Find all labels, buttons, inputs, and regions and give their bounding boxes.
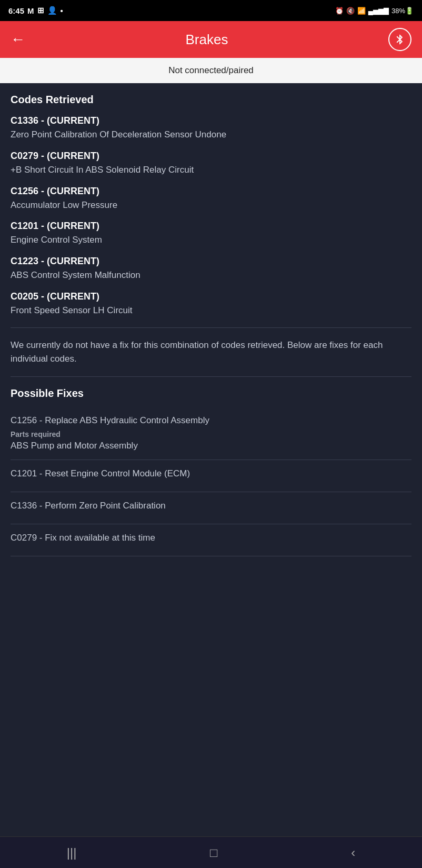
- mute-icon: 🔇: [346, 7, 355, 15]
- status-right: ⏰ 🔇 📶 ▄▅▆▇ 38%🔋: [335, 7, 414, 15]
- gmail-icon: M: [27, 6, 34, 15]
- code-description-c0205: Front Speed Sensor LH Circuit: [11, 304, 411, 317]
- code-label-c1201: C1201 - (CURRENT): [11, 221, 411, 232]
- wifi-icon: 📶: [357, 7, 366, 15]
- code-entry-c1256: C1256 - (CURRENT) Accumulator Low Pressu…: [11, 186, 411, 212]
- nav-recent-apps-button[interactable]: |||: [67, 845, 77, 860]
- connection-banner: Not connected/paired: [0, 58, 422, 83]
- status-left: 6:45 M ⊞ 👤 •: [8, 6, 63, 15]
- nav-back-button[interactable]: ‹: [351, 845, 355, 860]
- code-entry-c1223: C1223 - (CURRENT) ABS Control System Mal…: [11, 256, 411, 282]
- code-description-c1223: ABS Control System Malfunction: [11, 269, 411, 282]
- page-title: Brakes: [186, 32, 228, 48]
- facebook-icon: ⊞: [37, 6, 44, 15]
- bluetooth-icon: [394, 34, 406, 45]
- code-entry-c1201: C1201 - (CURRENT) Engine Control System: [11, 221, 411, 246]
- dot-icon: •: [61, 6, 63, 15]
- signal-icon: ▄▅▆▇: [368, 7, 389, 15]
- recent-apps-icon: |||: [67, 845, 77, 860]
- fix-item-c0279: C0279 - Fix not available at this time: [11, 524, 411, 556]
- fix-item-c1336: C1336 - Perform Zero Point Calibration: [11, 492, 411, 524]
- fix-label-c0279: C0279 - Fix not available at this time: [11, 533, 411, 543]
- code-label-c1223: C1223 - (CURRENT): [11, 256, 411, 267]
- fix-item-c1256: C1256 - Replace ABS Hydraulic Control As…: [11, 407, 411, 460]
- code-entry-c0279: C0279 - (CURRENT) +B Short Circuit In AB…: [11, 151, 411, 176]
- main-content: Codes Retrieved C1336 - (CURRENT) Zero P…: [0, 83, 422, 567]
- status-bar: 6:45 M ⊞ 👤 • ⏰ 🔇 📶 ▄▅▆▇ 38%🔋: [0, 0, 422, 21]
- fix-item-c1201: C1201 - Reset Engine Control Module (ECM…: [11, 460, 411, 492]
- code-label-c1336: C1336 - (CURRENT): [11, 115, 411, 126]
- code-entry-c0205: C0205 - (CURRENT) Front Speed Sensor LH …: [11, 291, 411, 317]
- nav-home-button[interactable]: □: [210, 845, 218, 860]
- divider-2: [11, 376, 411, 377]
- code-label-c0279: C0279 - (CURRENT): [11, 151, 411, 162]
- possible-fixes-title: Possible Fixes: [11, 387, 411, 400]
- info-text: We currently do not have a fix for this …: [11, 338, 411, 366]
- bluetooth-button[interactable]: [388, 28, 411, 51]
- code-description-c1256: Accumulator Low Pressure: [11, 199, 411, 212]
- home-icon: □: [210, 845, 218, 860]
- fix-label-c1336: C1336 - Perform Zero Point Calibration: [11, 501, 411, 511]
- possible-fixes-section: Possible Fixes C1256 - Replace ABS Hydra…: [11, 387, 411, 556]
- codes-section-title: Codes Retrieved: [11, 94, 411, 106]
- divider-1: [11, 327, 411, 328]
- code-label-c1256: C1256 - (CURRENT): [11, 186, 411, 197]
- code-description-c1201: Engine Control System: [11, 234, 411, 246]
- nav-bar: ← Brakes: [0, 21, 422, 58]
- fix-label-c1256: C1256 - Replace ABS Hydraulic Control As…: [11, 415, 411, 426]
- back-button[interactable]: ←: [11, 31, 25, 48]
- back-icon: ‹: [351, 845, 355, 860]
- code-description-c0279: +B Short Circuit In ABS Solenoid Relay C…: [11, 164, 411, 176]
- fix-label-c1201: C1201 - Reset Engine Control Module (ECM…: [11, 468, 411, 479]
- parts-value-c1256: ABS Pump and Motor Assembly: [11, 441, 411, 451]
- alarm-icon: ⏰: [335, 7, 344, 15]
- parts-required-label: Parts required: [11, 430, 411, 438]
- code-description-c1336: Zero Point Calibration Of Deceleration S…: [11, 128, 411, 141]
- code-label-c0205: C0205 - (CURRENT): [11, 291, 411, 302]
- connection-status-text: Not connected/paired: [168, 65, 254, 75]
- person-icon: 👤: [47, 6, 57, 15]
- code-entry-c1336: C1336 - (CURRENT) Zero Point Calibration…: [11, 115, 411, 141]
- codes-section: Codes Retrieved C1336 - (CURRENT) Zero P…: [11, 94, 411, 317]
- time-display: 6:45: [8, 6, 24, 15]
- battery-display: 38%🔋: [391, 7, 414, 15]
- bottom-nav: ||| □ ‹: [0, 836, 422, 868]
